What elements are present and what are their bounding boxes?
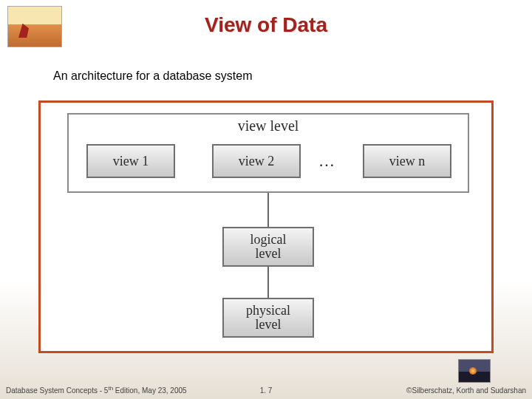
view-n-box: view n [363, 144, 451, 178]
architecture-diagram: view level view 1 view 2 … view n logica… [38, 100, 494, 353]
connector-logical-to-physical [267, 267, 269, 298]
view-level-label: view level [69, 117, 468, 134]
slide-subtitle: An architecture for a database system [53, 69, 252, 83]
view-1-box: view 1 [86, 144, 175, 178]
decorative-sunset-image [458, 359, 491, 383]
view-level-container: view level view 1 view 2 … view n [67, 113, 469, 193]
physical-level-box: physicallevel [222, 298, 314, 338]
ellipsis: … [318, 151, 335, 171]
slide-footer: Database System Concepts - 5th Edition, … [0, 381, 532, 395]
logical-level-box: logicallevel [222, 227, 314, 267]
view-2-box: view 2 [212, 144, 301, 178]
footer-copyright: ©Silberschatz, Korth and Sudarshan [406, 386, 526, 395]
connector-view-to-logical [267, 193, 269, 227]
slide-title: View of Data [0, 13, 532, 37]
